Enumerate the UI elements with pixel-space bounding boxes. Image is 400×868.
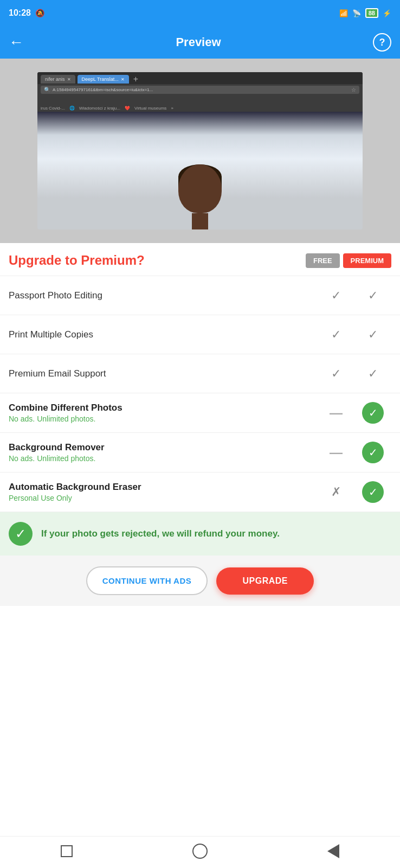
status-bar: 10:28 🔕 📶 📡 88 ⚡ bbox=[0, 0, 400, 26]
feature-row-email: Premium Email Support ✓ ✓ bbox=[0, 354, 400, 393]
feature-name-email: Premium Email Support bbox=[9, 368, 318, 379]
free-check-bg-remover: — bbox=[318, 445, 354, 460]
feature-row-print: Print Multiple Copies ✓ ✓ bbox=[0, 315, 400, 354]
feature-row-passport: Passport Photo Editing ✓ ✓ bbox=[0, 276, 400, 315]
free-check-email: ✓ bbox=[318, 367, 354, 381]
free-check-passport: ✓ bbox=[318, 289, 354, 303]
feature-name-passport: Passport Photo Editing bbox=[9, 290, 318, 301]
star-icon: ☆ bbox=[351, 87, 356, 93]
guarantee-banner: ✓ If your photo gets rejected, we will r… bbox=[0, 512, 400, 556]
nav-home-button[interactable] bbox=[192, 843, 208, 859]
wifi-icon: 📡 bbox=[352, 9, 361, 17]
feature-row-bg-eraser: Automatic Background Eraser Personal Use… bbox=[0, 473, 400, 512]
browser-url-bar: 🔍 A:158494954797161&tbm=isch&source=iu&i… bbox=[41, 86, 359, 94]
upgrade-title: Upgrade to Premium? bbox=[9, 253, 145, 268]
circle-icon bbox=[192, 844, 208, 859]
premium-check-print: ✓ bbox=[354, 328, 391, 342]
status-time: 10:28 bbox=[9, 8, 31, 18]
browser-chrome: nifer anis ✕ DeepL Translat... ✕ + 🔍 A:1… bbox=[37, 72, 363, 105]
head-silhouette bbox=[167, 154, 233, 229]
feature-subtitle-bg-remover: No ads. Unlimited photos. bbox=[9, 454, 318, 463]
feature-row-bg-remover: Background Remover No ads. Unlimited pho… bbox=[0, 433, 400, 473]
free-check-combine: — bbox=[318, 405, 354, 420]
feature-subtitle-bg-eraser: Personal Use Only bbox=[9, 494, 318, 502]
nav-bar bbox=[0, 836, 400, 868]
feature-name-combine: Combine Different Photos bbox=[9, 403, 318, 413]
search-icon: 🔍 bbox=[44, 87, 50, 93]
signal-icon: 📶 bbox=[339, 9, 348, 17]
battery-indicator: 88 bbox=[365, 8, 378, 18]
browser-tab-2: DeepL Translat... ✕ bbox=[78, 75, 129, 84]
page-title: Preview bbox=[176, 35, 221, 49]
mute-icon: 🔕 bbox=[35, 9, 44, 17]
new-tab-icon: + bbox=[133, 74, 138, 84]
preview-image: nifer anis ✕ DeepL Translat... ✕ + 🔍 A:1… bbox=[37, 72, 363, 229]
feature-row-combine: Combine Different Photos No ads. Unlimit… bbox=[0, 393, 400, 433]
feature-subtitle-combine: No ads. Unlimited photos. bbox=[9, 414, 318, 423]
top-bar: ← Preview ? bbox=[0, 26, 400, 59]
globe-icon: 🌐 bbox=[69, 106, 75, 111]
features-table: Passport Photo Editing ✓ ✓ Print Multipl… bbox=[0, 276, 400, 512]
continue-with-ads-button[interactable]: CONTINUE WITH ADS bbox=[86, 566, 208, 595]
premium-check-combine: ✓ bbox=[354, 402, 391, 424]
upgrade-header: Upgrade to Premium? FREE PREMIUM bbox=[0, 243, 400, 276]
upgrade-button[interactable]: UPGRADE bbox=[216, 567, 314, 595]
guarantee-text: If your photo gets rejected, we will ref… bbox=[41, 527, 280, 540]
free-badge: FREE bbox=[306, 253, 340, 268]
help-button[interactable]: ? bbox=[373, 33, 391, 52]
premium-check-bg-eraser: ✓ bbox=[354, 481, 391, 503]
premium-check-bg-remover: ✓ bbox=[354, 442, 391, 463]
nav-back-button[interactable] bbox=[325, 843, 341, 859]
premium-check-passport: ✓ bbox=[354, 289, 391, 303]
browser-tabs: nifer anis ✕ DeepL Translat... ✕ + bbox=[37, 72, 363, 84]
triangle-icon bbox=[327, 844, 339, 858]
free-check-print: ✓ bbox=[318, 328, 354, 342]
charging-icon: ⚡ bbox=[383, 9, 391, 17]
feature-name-bg-remover: Background Remover bbox=[9, 442, 318, 453]
square-icon bbox=[61, 845, 73, 857]
bookmarks-bar: irus Covid-... 🌐 Wiadomości z kraju... ❤… bbox=[37, 105, 363, 112]
content-area: Upgrade to Premium? FREE PREMIUM Passpor… bbox=[0, 243, 400, 836]
feature-name-bg-eraser: Automatic Background Eraser bbox=[9, 482, 318, 493]
back-button[interactable]: ← bbox=[9, 35, 24, 50]
free-check-bg-eraser: ✗ bbox=[318, 485, 354, 499]
tier-badges: FREE PREMIUM bbox=[306, 253, 391, 268]
feature-name-print: Print Multiple Copies bbox=[9, 329, 318, 340]
guarantee-check-icon: ✓ bbox=[9, 522, 33, 546]
status-icons: 📶 📡 88 ⚡ bbox=[339, 8, 391, 18]
preview-area: nifer anis ✕ DeepL Translat... ✕ + 🔍 A:1… bbox=[0, 59, 400, 243]
premium-badge: PREMIUM bbox=[343, 253, 391, 268]
face bbox=[178, 164, 222, 213]
action-buttons: CONTINUE WITH ADS UPGRADE bbox=[0, 556, 400, 606]
nav-square-button[interactable] bbox=[59, 843, 75, 859]
neck bbox=[192, 213, 208, 229]
browser-tab-1: nifer anis ✕ bbox=[41, 75, 75, 84]
premium-check-email: ✓ bbox=[354, 367, 391, 381]
